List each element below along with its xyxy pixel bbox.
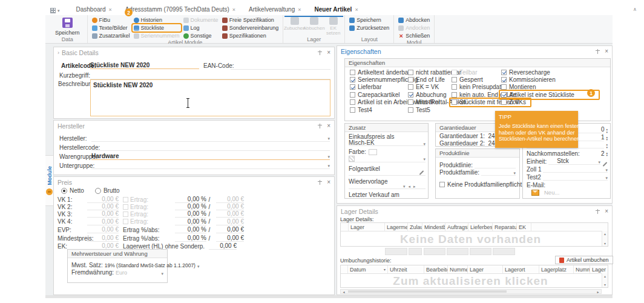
horizontal-scrollbar[interactable]: ◂ ▸	[340, 289, 602, 294]
stepper-icon[interactable]: ▴▾	[606, 128, 608, 133]
checkbox-row[interactable]: Kommissionieren	[501, 76, 574, 83]
pin-icon[interactable]	[595, 209, 600, 214]
column-header[interactable]: Lagerplatz ▾	[539, 265, 574, 273]
column-header[interactable]: ▾	[341, 223, 349, 231]
checkbox-row[interactable]: Reversecharge	[501, 68, 574, 76]
collapse-panel-icon[interactable]: ›	[58, 50, 59, 56]
ribbon-button[interactable]: Zusatzartikel	[91, 32, 131, 39]
checkbox-row[interactable]: Montieren	[501, 84, 574, 91]
color-swatch[interactable]	[369, 149, 377, 155]
column-header[interactable]: Lagerort ▾	[503, 265, 539, 273]
nachkommastellen-field[interactable]: 2	[582, 150, 605, 157]
dropdown-field[interactable]: ▾	[91, 161, 330, 169]
artikel-umbuchen-button[interactable]: Artikel umbuchen	[555, 256, 613, 264]
produktlinie-field[interactable]	[475, 161, 516, 168]
tab-close-icon[interactable]: ×	[232, 7, 235, 13]
vertical-scrollbar[interactable]: ▴▾	[602, 273, 608, 287]
chevron-down-icon[interactable]: ▾	[161, 271, 163, 276]
tab-close-icon[interactable]: ×	[355, 7, 358, 13]
ribbon-button[interactable]: Dokumente	[182, 16, 220, 24]
farbe-dropdown[interactable]: ▾	[349, 156, 426, 162]
garantie-value[interactable]: 24	[488, 140, 495, 147]
ertrag-abs[interactable]: 0,00 €	[216, 196, 244, 203]
mindestpreis-value[interactable]: 0,00 €	[87, 235, 119, 242]
ertrag-checkbox[interactable]: Ertrag:	[123, 196, 175, 203]
collapse-ribbon-icon[interactable]: ∧	[633, 7, 637, 12]
ribbon-button[interactable]: Andocken	[397, 24, 431, 32]
column-header[interactable]: ▾	[531, 223, 608, 231]
module-dock-tab[interactable]: Module	[45, 155, 54, 206]
pin-icon[interactable]	[317, 50, 322, 55]
document-tab[interactable]: Dashboard ×	[70, 4, 119, 15]
close-icon[interactable]: ×	[327, 123, 330, 129]
chevron-down-icon[interactable]: ▾	[327, 164, 330, 168]
stepper-icon[interactable]: ▴▾	[606, 143, 608, 148]
ribbon-button[interactable]: Sondervereinbarung	[221, 24, 280, 32]
chevron-down-icon[interactable]: ▾	[605, 168, 608, 172]
column-header[interactable]: Nummer ▾	[574, 265, 590, 273]
document-tab[interactable]: Artikelverwaltung ×	[242, 4, 307, 15]
tab-close-icon[interactable]: ×	[108, 7, 111, 13]
chevron-down-icon[interactable]: ▾	[327, 136, 330, 141]
netto-radio[interactable]: Netto	[61, 187, 84, 194]
column-header[interactable]: Reparaturb... ▾	[493, 223, 517, 231]
ertrag-percent[interactable]: 0,00 %	[175, 218, 206, 225]
beschreibung-textarea[interactable]: Stückliste NEW 2020	[90, 79, 330, 116]
close-icon[interactable]: ×	[327, 179, 330, 185]
column-header[interactable]: Lager ▾	[349, 223, 385, 231]
kurzbegriff-field[interactable]	[90, 72, 330, 79]
ribbon-button[interactable]: Seriennummern	[133, 32, 181, 39]
document-tab[interactable]: Adressstamm (70995 TechData Deuts) ×	[119, 4, 242, 15]
checkbox-row[interactable]: Artikel ist eine Stückliste	[501, 91, 574, 98]
pin-icon[interactable]	[595, 49, 600, 54]
chevron-left-icon[interactable]: ◂	[341, 290, 347, 294]
column-header[interactable]: Uhrzeit ▾	[388, 265, 424, 273]
chevron-down-icon[interactable]: ▾	[598, 160, 600, 164]
stepper-icon[interactable]: ▴▾	[606, 136, 608, 141]
chevron-right-icon[interactable]: ▸	[595, 290, 601, 294]
checkbox-row[interactable]: Keine Produktfamilienpflicht	[439, 181, 519, 188]
ertrag-abs[interactable]: 0,00 €	[216, 203, 244, 210]
vk-value[interactable]: 0,00 €	[87, 203, 119, 210]
ribbon-button[interactable]: Zubuchen	[286, 17, 303, 36]
email-new-button[interactable]: Neu...	[544, 189, 559, 196]
column-header[interactable]: Auftragsbe... ▾	[445, 223, 468, 231]
fremdwaehrung-dropdown[interactable]: Euro ▾	[116, 269, 163, 276]
einheit-dropdown[interactable]: Stck ▾	[548, 158, 600, 165]
ribbon-button[interactable]: Stückliste	[133, 24, 181, 32]
ribbon-button[interactable]: Log	[182, 24, 220, 32]
close-icon[interactable]: ×	[327, 50, 330, 56]
ertrag-checkbox[interactable]: Ertrag:	[123, 204, 175, 210]
pin-icon[interactable]	[317, 124, 322, 128]
column-header[interactable]: Bearbeiter ▾	[424, 265, 448, 273]
produktfamilie-dropdown[interactable]: ▾	[481, 168, 516, 176]
ertrag-percent[interactable]: 0,00 %	[175, 210, 206, 218]
tab-close-icon[interactable]: ×	[298, 7, 301, 13]
ertrag-abs[interactable]: 0,00 €	[216, 218, 244, 225]
vk-value[interactable]: 0,00 €	[87, 218, 119, 225]
ribbon-button[interactable]: Historien	[133, 16, 181, 24]
ertrag-percent[interactable]: 0,00 %	[175, 196, 206, 203]
ribbon-button[interactable]: Sonstige	[182, 32, 220, 39]
evp-value[interactable]: 0,00 €	[87, 226, 119, 233]
column-header[interactable]: Lagermenge ▾	[385, 223, 408, 231]
ribbon-button[interactable]: Spezifikationen	[221, 32, 280, 39]
dropdown-field[interactable]: ▾	[91, 133, 330, 142]
ertrag-checkbox[interactable]: Ertrag:	[123, 211, 175, 218]
ertrag-checkbox[interactable]: Ertrag:	[123, 218, 175, 225]
column-header[interactable]: EK ▾	[517, 223, 531, 231]
brutto-radio[interactable]: Brutto	[95, 187, 120, 194]
app-menu-button[interactable]: ▾	[50, 8, 60, 13]
column-header[interactable]: Nummer ▾	[448, 265, 468, 273]
ribbon-button[interactable]: Abbuchen	[306, 17, 322, 36]
zoll1-dropdown[interactable]: ▾	[543, 165, 608, 173]
column-header[interactable]: Lager ▾	[468, 265, 503, 273]
checkbox-row[interactable]: Test5	[408, 106, 465, 113]
vertical-scrollbar[interactable]: ▴▾	[602, 231, 608, 246]
ribbon-button[interactable]: Texte/Bilder	[91, 24, 131, 32]
ribbon-button[interactable]: FiBu	[91, 16, 131, 24]
column-header[interactable]: ▾	[341, 265, 348, 273]
column-header[interactable]: Lieferbestand ▾	[468, 223, 493, 231]
save-button[interactable]: Speichern	[51, 16, 84, 36]
chevron-down-icon[interactable]: ▾	[327, 155, 330, 159]
